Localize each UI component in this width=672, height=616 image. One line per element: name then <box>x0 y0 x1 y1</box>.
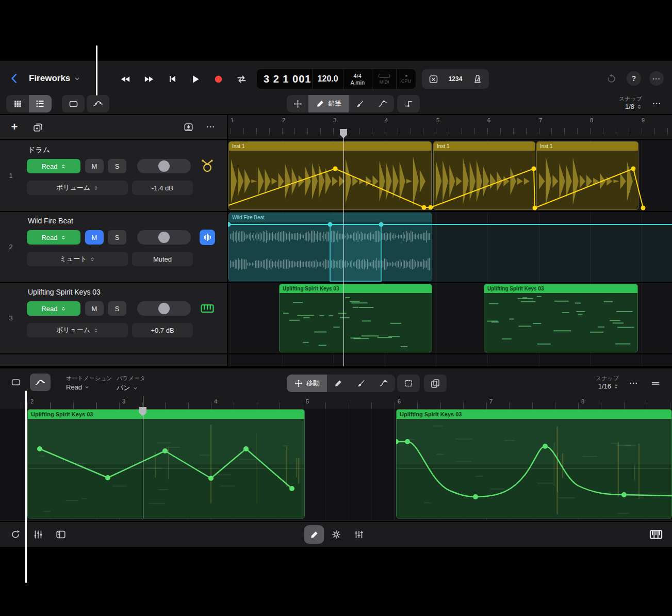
more-button[interactable]: ··· <box>649 71 664 86</box>
faders-icon <box>353 529 365 540</box>
rewind-button[interactable] <box>117 70 135 88</box>
parameter-value-field[interactable]: Muted <box>132 252 193 266</box>
project-title-menu[interactable]: Fireworks <box>29 72 81 85</box>
toolbar-more-button[interactable]: ··· <box>649 96 665 111</box>
step-tool-button[interactable] <box>397 95 420 112</box>
bar-ruler[interactable]: 1 2 3 4 5 6 7 8 9 <box>227 115 672 140</box>
mute-button[interactable]: M <box>85 159 104 173</box>
loop-browser-button[interactable] <box>8 527 23 542</box>
tracks-view-button[interactable] <box>29 95 52 112</box>
go-to-beginning-button[interactable] <box>163 70 181 88</box>
pencil-tool-button[interactable]: 鉛筆 <box>308 95 349 112</box>
editor-region-keys-b[interactable]: Uplifting Spirit Keys 03 <box>396 409 672 518</box>
solo-button[interactable]: S <box>108 230 126 245</box>
drum-kit-icon[interactable] <box>198 157 217 175</box>
updown-chevron-icon <box>636 103 642 110</box>
controls-button[interactable] <box>352 527 366 542</box>
snap-label: スナップ <box>589 95 642 103</box>
automation-parameter-dropdown[interactable]: ボリューム <box>27 323 128 337</box>
velocity-button[interactable] <box>329 527 343 542</box>
editor-resize-handle[interactable] <box>647 376 664 391</box>
audio-track-icon[interactable] <box>200 230 215 245</box>
editor-more-button[interactable]: ··· <box>626 376 642 391</box>
automation-parameter-dropdown[interactable]: ミュート <box>27 252 128 266</box>
help-button[interactable]: ? <box>627 71 641 86</box>
marquee-tool-button[interactable] <box>397 375 420 392</box>
move-tool-button[interactable] <box>287 95 308 112</box>
cycle-button[interactable] <box>233 70 251 88</box>
curve-tool-button[interactable] <box>371 95 394 112</box>
editor-divider[interactable] <box>0 366 672 368</box>
slider-knob[interactable] <box>158 232 170 243</box>
copy-icon <box>430 378 440 388</box>
play-surface-button[interactable] <box>646 526 666 543</box>
duplicate-track-button[interactable] <box>30 120 45 134</box>
regions-select-button[interactable] <box>62 95 85 112</box>
forward-button[interactable] <box>140 70 158 88</box>
parameter-value-field[interactable]: +0.7 dB <box>132 323 193 337</box>
automation-toggle-button[interactable] <box>87 95 109 112</box>
solo-button[interactable]: S <box>108 159 126 173</box>
count-in-button[interactable]: 1234 <box>445 69 466 89</box>
snap-control[interactable]: スナップ 1/8 <box>589 95 642 110</box>
record-button[interactable] <box>209 70 227 88</box>
parameter-control[interactable]: パラメータ パン <box>117 375 145 393</box>
editor-automation-toggle-button[interactable] <box>30 374 51 391</box>
automation-mode-button[interactable]: Read <box>27 230 80 245</box>
parameter-value-field[interactable]: -1.4 dB <box>132 181 193 195</box>
footer-pencil-button[interactable] <box>304 525 324 544</box>
mute-button[interactable]: M <box>85 230 104 245</box>
move-tool-button[interactable]: 移動 <box>287 375 327 392</box>
clear-overdub-button[interactable] <box>422 69 445 89</box>
mixer-icon <box>32 529 44 540</box>
metronome-button[interactable] <box>466 69 489 89</box>
track-header-drums[interactable]: 1 ドラム Read M S ボリューム -1.4 dB <box>0 140 227 211</box>
track-name[interactable]: ドラム <box>28 145 50 155</box>
pencil-tool-button[interactable] <box>327 375 350 392</box>
track-header-wild-fire-beat[interactable]: 2 Wild Fire Beat Read M S ミュート Muted <box>0 212 227 282</box>
copy-button[interactable] <box>424 375 447 392</box>
lcd-display[interactable]: 3 2 1 001 120.0 4/4 A min MIDI CPU <box>256 69 416 89</box>
track-volume-slider[interactable] <box>137 159 191 173</box>
brush-tool-button[interactable] <box>350 375 372 392</box>
track-volume-slider[interactable] <box>137 230 191 245</box>
track-name[interactable]: Wild Fire Beat <box>28 217 73 225</box>
region-wild-fire-beat[interactable]: Wild Fire Beat <box>228 213 432 281</box>
automation-parameter-dropdown[interactable]: ボリューム <box>27 181 128 195</box>
region-name: Uplifting Spirit Keys 03 <box>28 410 304 419</box>
editor-snap-control[interactable]: スナップ 1/16 <box>571 375 619 390</box>
region-inst1-b[interactable]: Inst 1 <box>433 141 535 210</box>
grid-view-button[interactable] <box>6 95 29 112</box>
track-panel-more-button[interactable]: ··· <box>203 120 219 134</box>
playhead-line[interactable] <box>343 130 345 366</box>
bar-number: 3 <box>333 117 336 123</box>
region-keys-a[interactable]: Uplifting Spirit Keys 03 <box>279 284 432 352</box>
slider-knob[interactable] <box>158 160 170 172</box>
automation-mode-button[interactable]: Read <box>27 301 80 316</box>
editor-region-keys-a[interactable]: Uplifting Spirit Keys 03 <box>27 409 305 518</box>
mute-button[interactable]: M <box>85 301 104 316</box>
solo-button[interactable]: S <box>108 301 126 316</box>
track-header-keys[interactable]: 3 Uplifting Spirit Keys 03 Read M S ボリュー… <box>0 283 227 353</box>
track-volume-slider[interactable] <box>137 301 191 316</box>
add-track-button[interactable]: + <box>7 120 22 134</box>
track-import-button[interactable] <box>181 120 196 134</box>
editor-bar-ruler[interactable]: 2 3 4 5 6 7 8 <box>0 396 672 409</box>
undo-button[interactable] <box>604 71 618 86</box>
region-inst1-a[interactable]: Inst 1 <box>228 141 432 210</box>
keyboard-instrument-icon[interactable] <box>198 299 217 318</box>
slider-knob[interactable] <box>158 303 170 314</box>
automation-mode-button[interactable]: Read <box>27 159 80 173</box>
automation-mode-control[interactable]: オートメーション Read <box>66 375 112 391</box>
editors-button[interactable] <box>54 527 68 542</box>
editor-region-select-button[interactable] <box>6 374 26 391</box>
track-name[interactable]: Uplifting Spirit Keys 03 <box>28 288 101 296</box>
region-keys-b[interactable]: Uplifting Spirit Keys 03 <box>484 284 638 352</box>
region-inst1-c[interactable]: Inst 1 <box>536 141 638 210</box>
mixer-button[interactable] <box>31 527 45 542</box>
brush-tool-button[interactable] <box>349 95 371 112</box>
play-button[interactable] <box>186 70 204 88</box>
parameter-label: ミュート <box>60 254 87 264</box>
back-button[interactable] <box>7 71 22 86</box>
curve-tool-button[interactable] <box>372 375 395 392</box>
